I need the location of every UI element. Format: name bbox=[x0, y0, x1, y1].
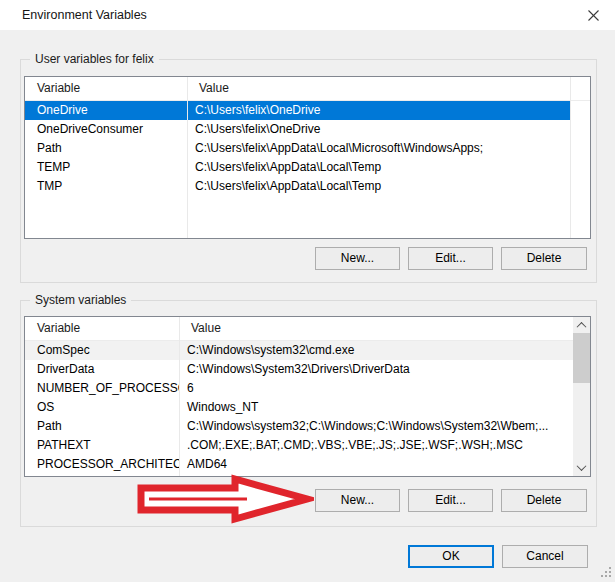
value-cell: .COM;.EXE;.BAT;.CMD;.VBS;.VBE;.JS;.JSE;.… bbox=[179, 436, 573, 455]
value-cell: C:\Windows\system32;C:\Windows;C:\Window… bbox=[179, 417, 573, 436]
title-bar: Environment Variables bbox=[0, 0, 615, 30]
value-cell: C:\Users\felix\AppData\Local\Microsoft\W… bbox=[187, 139, 590, 158]
table-row[interactable]: TMP C:\Users\felix\AppData\Local\Temp bbox=[25, 177, 590, 196]
value-cell: C:\Users\felix\OneDrive bbox=[187, 101, 570, 120]
table-row[interactable]: Path C:\Users\felix\AppData\Local\Micros… bbox=[25, 139, 590, 158]
table-header: Variable Value bbox=[25, 77, 590, 101]
scroll-down-button[interactable] bbox=[573, 459, 590, 476]
column-divider[interactable] bbox=[179, 317, 180, 476]
table-header: Variable Value bbox=[25, 317, 573, 341]
variable-cell: OneDrive bbox=[25, 101, 187, 120]
value-cell: C:\Users\felix\AppData\Local\Temp bbox=[187, 177, 590, 196]
variable-cell: TMP bbox=[25, 177, 187, 196]
table-row[interactable]: Path C:\Windows\system32;C:\Windows;C:\W… bbox=[25, 417, 573, 436]
user-variables-table: Variable Value OneDrive C:\Users\felix\O… bbox=[24, 76, 591, 239]
column-header-value[interactable]: Value bbox=[179, 317, 221, 340]
table-row[interactable]: OneDriveConsumer C:\Users\felix\OneDrive bbox=[25, 120, 590, 139]
system-delete-button[interactable]: Delete bbox=[501, 489, 587, 512]
value-cell: C:\Users\felix\AppData\Local\Temp bbox=[187, 158, 590, 177]
chevron-down-icon bbox=[577, 461, 587, 471]
column-header-variable[interactable]: Variable bbox=[25, 77, 187, 100]
table-row[interactable]: OS Windows_NT bbox=[25, 398, 573, 417]
variable-cell: TEMP bbox=[25, 158, 187, 177]
variable-cell: PATHEXT bbox=[25, 436, 179, 455]
value-cell: C:\Windows\system32\cmd.exe bbox=[179, 341, 573, 360]
table-row[interactable]: PROCESSOR_ARCHITECTURE AMD64 bbox=[25, 455, 573, 474]
vertical-scrollbar[interactable] bbox=[573, 317, 590, 476]
value-cell: C:\Users\felix\OneDrive bbox=[187, 120, 590, 139]
resize-grip[interactable] bbox=[600, 566, 612, 578]
variable-cell: Path bbox=[25, 139, 187, 158]
variable-cell: PROCESSOR_ARCHITECTURE bbox=[25, 455, 179, 474]
table-row[interactable]: PATHEXT .COM;.EXE;.BAT;.CMD;.VBS;.VBE;.J… bbox=[25, 436, 573, 455]
table-row[interactable]: DriverData C:\Windows\System32\Drivers\D… bbox=[25, 360, 573, 379]
variable-cell: DriverData bbox=[25, 360, 179, 379]
variable-cell: OneDriveConsumer bbox=[25, 120, 187, 139]
environment-variables-dialog: Environment Variables User variables for… bbox=[0, 0, 615, 582]
close-button[interactable] bbox=[579, 3, 607, 27]
user-delete-button[interactable]: Delete bbox=[501, 247, 587, 270]
variable-cell: NUMBER_OF_PROCESSORS bbox=[25, 379, 179, 398]
value-cell: AMD64 bbox=[179, 455, 573, 474]
window-title: Environment Variables bbox=[22, 0, 147, 30]
system-new-button[interactable]: New... bbox=[315, 489, 400, 512]
table-row[interactable]: NUMBER_OF_PROCESSORS 6 bbox=[25, 379, 573, 398]
user-edit-button[interactable]: Edit... bbox=[408, 247, 493, 270]
table-row[interactable]: ComSpec C:\Windows\system32\cmd.exe bbox=[25, 341, 573, 360]
table-row[interactable]: TEMP C:\Users\felix\AppData\Local\Temp bbox=[25, 158, 590, 177]
system-variables-table: Variable Value ComSpec C:\Windows\system… bbox=[24, 316, 591, 477]
user-variables-label: User variables for felix bbox=[30, 52, 159, 66]
table-row[interactable]: OneDrive C:\Users\felix\OneDrive bbox=[25, 101, 570, 120]
system-edit-button[interactable]: Edit... bbox=[408, 489, 493, 512]
value-cell: Windows_NT bbox=[179, 398, 573, 417]
variable-cell: Path bbox=[25, 417, 179, 436]
cancel-button[interactable]: Cancel bbox=[502, 545, 588, 568]
column-header-value[interactable]: Value bbox=[187, 77, 229, 100]
value-cell: C:\Windows\System32\Drivers\DriverData bbox=[179, 360, 573, 379]
column-header-variable[interactable]: Variable bbox=[25, 317, 179, 340]
ok-button[interactable]: OK bbox=[408, 545, 494, 568]
variable-cell: OS bbox=[25, 398, 179, 417]
column-divider[interactable] bbox=[187, 77, 188, 238]
system-variables-label: System variables bbox=[30, 293, 131, 307]
chevron-up-icon bbox=[577, 322, 587, 332]
scrollbar-thumb[interactable] bbox=[573, 333, 590, 383]
user-new-button[interactable]: New... bbox=[315, 247, 400, 270]
column-divider[interactable] bbox=[570, 77, 571, 238]
close-icon bbox=[587, 9, 600, 22]
value-cell: 6 bbox=[179, 379, 573, 398]
scroll-up-button[interactable] bbox=[573, 317, 590, 334]
variable-cell: ComSpec bbox=[25, 341, 179, 360]
